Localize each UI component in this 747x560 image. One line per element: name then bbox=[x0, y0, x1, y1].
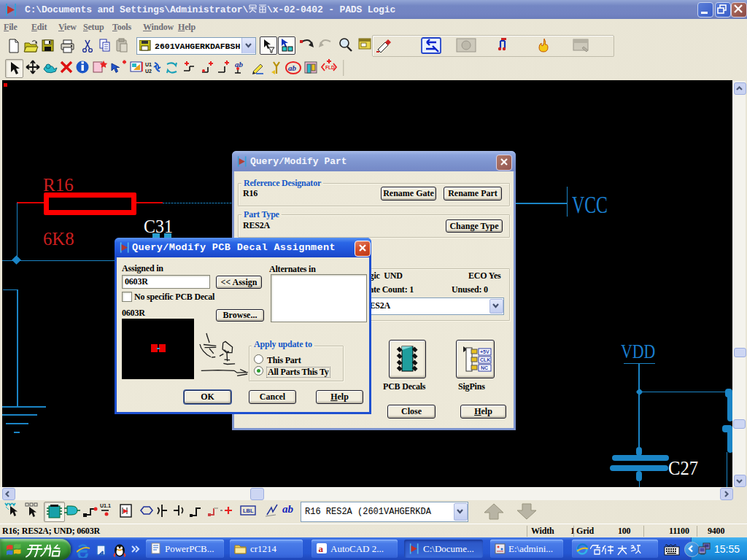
svg-text:LBL: LBL bbox=[243, 508, 254, 514]
svg-text:CLK: CLK bbox=[480, 357, 490, 362]
svg-text:a: a bbox=[319, 543, 324, 554]
svg-text:ab: ab bbox=[288, 63, 297, 72]
svg-text:U1: U1 bbox=[145, 62, 152, 67]
svg-text:ab: ab bbox=[235, 60, 244, 69]
svg-text:U2: U2 bbox=[145, 69, 152, 74]
svg-text:FLD: FLD bbox=[325, 65, 335, 70]
svg-text:+5V: +5V bbox=[480, 349, 489, 354]
svg-text:NC: NC bbox=[481, 365, 488, 370]
svg-text:U1.1: U1.1 bbox=[100, 503, 111, 508]
